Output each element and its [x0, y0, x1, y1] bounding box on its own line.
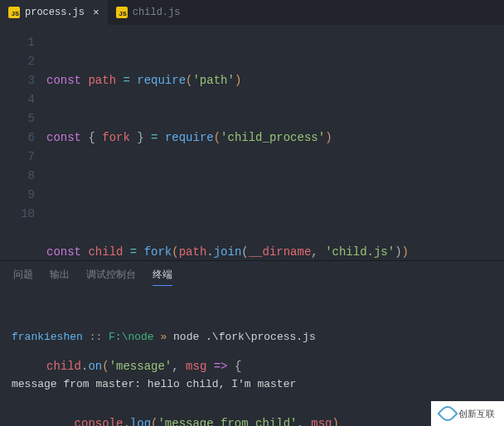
- code-line: const child = fork(path.join(__dirname, …: [46, 243, 409, 262]
- line-number: 2: [0, 52, 35, 71]
- line-number: 8: [0, 167, 35, 186]
- logo-icon: [437, 403, 458, 424]
- line-number: 4: [0, 90, 35, 109]
- gutter: 1 2 3 4 5 6 7 8 9 10: [0, 25, 46, 260]
- code-area[interactable]: const path = require('path') const { for…: [46, 25, 409, 260]
- code-line: console.log('message from child', msg): [46, 414, 409, 426]
- tab-label: process.js: [25, 7, 85, 18]
- tab-label: child.js: [133, 7, 181, 18]
- code-line: const path = require('path'): [46, 71, 409, 90]
- editor: 1 2 3 4 5 6 7 8 9 10 const path = requir…: [0, 25, 504, 260]
- tab-bar: JS process.js × JS child.js: [0, 0, 504, 25]
- watermark-text: 创新互联: [458, 408, 495, 420]
- line-number: 1: [0, 33, 35, 52]
- tab-child-js[interactable]: JS child.js: [108, 0, 189, 25]
- tab-problems[interactable]: 问题: [13, 268, 33, 286]
- js-icon: JS: [116, 7, 128, 18]
- line-number: 3: [0, 71, 35, 90]
- code-line: child.on('message', msg => {: [46, 357, 409, 376]
- line-number: 7: [0, 148, 35, 167]
- close-icon[interactable]: ×: [93, 7, 99, 19]
- code-line: const { fork } = require('child_process'…: [46, 128, 409, 148]
- line-number: 9: [0, 186, 35, 205]
- line-number: 5: [0, 109, 35, 128]
- line-number: 6: [0, 128, 35, 148]
- js-icon: JS: [8, 7, 20, 18]
- code-line: [46, 300, 409, 319]
- line-number: 10: [0, 205, 35, 224]
- code-line: [46, 186, 409, 205]
- tab-process-js[interactable]: JS process.js ×: [0, 0, 108, 25]
- watermark: 创新互联: [431, 401, 504, 426]
